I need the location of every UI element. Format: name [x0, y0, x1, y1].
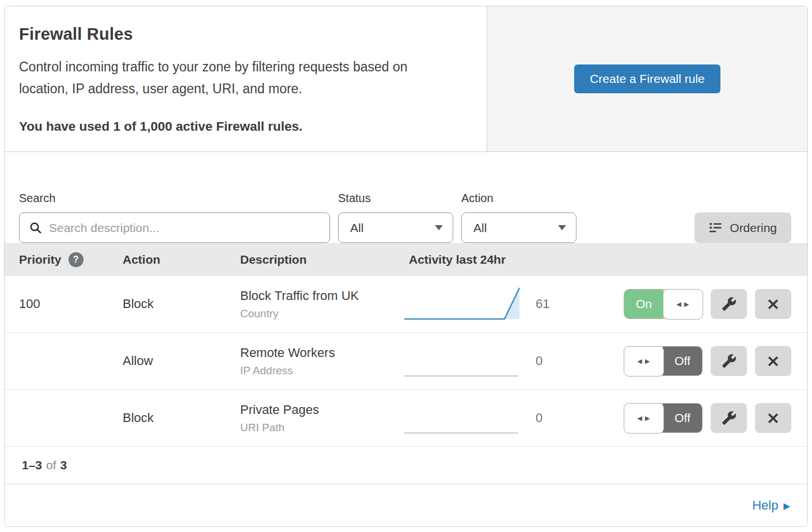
rule-action: Block	[109, 297, 226, 311]
toggle-left-arrow-icon: ◀	[638, 415, 642, 422]
header-text-block: Firewall Rules Control incoming traffic …	[5, 6, 487, 151]
wrench-icon	[722, 297, 737, 311]
table-body: 100 Block Block Traffic from UK Country …	[5, 276, 807, 447]
toggle-handle[interactable]: ◀ ▶	[663, 289, 703, 320]
column-header-action: Action	[109, 253, 226, 267]
delete-rule-button[interactable]	[755, 403, 791, 433]
rule-description-title: Private Pages	[240, 402, 397, 417]
activity-sparkline	[397, 398, 524, 438]
rule-controls: Off ◀ ▶	[622, 403, 807, 433]
search-filter-group: Search	[19, 192, 330, 243]
pagination-total: 3	[60, 458, 67, 472]
rule-description: Private Pages URI Path	[226, 402, 397, 434]
action-label: Action	[461, 192, 576, 205]
edit-rule-button[interactable]	[711, 403, 747, 433]
table-row: Allow Remote Workers IP Address 0 Off	[5, 333, 807, 390]
toggle-state-label: On	[624, 290, 663, 318]
column-header-description: Description	[226, 253, 397, 267]
table-row: Block Private Pages URI Path 0 Off	[5, 390, 807, 447]
action-selected-value: All	[473, 221, 487, 235]
rule-match-type: URI Path	[240, 421, 397, 434]
ordering-button[interactable]: Ordering	[695, 212, 791, 243]
activity-count: 0	[524, 354, 622, 368]
header-section: Firewall Rules Control incoming traffic …	[5, 6, 807, 152]
status-selected-value: All	[350, 221, 363, 235]
close-icon	[767, 355, 779, 367]
header-action-panel: Create a Firewall rule	[487, 6, 807, 151]
toggle-left-arrow-icon: ◀	[638, 358, 642, 365]
rule-priority: 100	[5, 297, 109, 311]
rule-description: Remote Workers IP Address	[226, 345, 397, 377]
rule-action: Block	[109, 411, 226, 425]
usage-note: You have used 1 of 1,000 active Firewall…	[19, 119, 464, 134]
chevron-down-icon	[435, 225, 443, 230]
toggle-state-label: Off	[663, 404, 702, 432]
firewall-rules-page: Firewall Rules Control incoming traffic …	[4, 6, 808, 527]
activity-sparkline	[397, 284, 524, 324]
edit-rule-button[interactable]	[711, 346, 747, 376]
status-select[interactable]: All	[338, 212, 453, 243]
toggle-right-arrow-icon: ▶	[645, 415, 650, 422]
column-header-priority: Priority ?	[5, 252, 109, 267]
activity-count: 0	[524, 411, 622, 425]
rule-action: Allow	[109, 354, 226, 368]
rule-description: Block Traffic from UK Country	[226, 288, 397, 320]
rule-description-title: Block Traffic from UK	[240, 288, 397, 303]
toggle-right-arrow-icon: ▶	[684, 301, 689, 308]
column-header-activity: Activity last 24hr	[397, 253, 622, 267]
toggle-left-arrow-icon: ◀	[677, 301, 681, 308]
rule-match-type: Country	[240, 307, 397, 320]
pagination-of: of	[46, 458, 56, 472]
rule-match-type: IP Address	[240, 364, 397, 377]
close-icon	[767, 412, 779, 424]
status-label: Status	[338, 192, 453, 205]
pagination: 1–3 of 3	[5, 447, 807, 484]
toggle-right-arrow-icon: ▶	[645, 358, 650, 365]
rule-controls: On ◀ ▶	[622, 289, 807, 319]
enable-toggle[interactable]: Off ◀ ▶	[624, 403, 703, 433]
toggle-state-label: Off	[663, 347, 702, 375]
ordering-button-label: Ordering	[730, 221, 777, 235]
activity-sparkline	[397, 341, 524, 381]
filter-bar: Search Status All Action All	[5, 152, 807, 243]
status-filter-group: Status All	[338, 192, 453, 243]
sparkline-chart-icon	[403, 284, 521, 324]
rule-controls: Off ◀ ▶	[622, 346, 807, 376]
table-row: 100 Block Block Traffic from UK Country …	[5, 276, 807, 333]
ordering-wrap: Ordering	[695, 212, 791, 243]
ordering-list-icon	[709, 221, 722, 234]
search-box[interactable]	[19, 212, 330, 243]
sparkline-flat-icon	[403, 398, 521, 438]
sparkline-flat-icon	[403, 341, 521, 381]
delete-rule-button[interactable]	[755, 289, 791, 319]
search-input[interactable]	[49, 221, 321, 235]
help-footer: Help ▶	[5, 484, 807, 526]
search-icon	[29, 222, 42, 234]
action-filter-group: Action All	[461, 192, 576, 243]
help-arrow-icon: ▶	[783, 500, 790, 510]
pagination-range: 1–3	[22, 458, 42, 472]
edit-rule-button[interactable]	[711, 289, 747, 319]
create-firewall-rule-button[interactable]: Create a Firewall rule	[574, 64, 720, 93]
page-description: Control incoming traffic to your zone by…	[19, 56, 460, 100]
table-header: Priority ? Action Description Activity l…	[5, 243, 807, 276]
chevron-down-icon	[558, 225, 566, 230]
toggle-handle[interactable]: ◀ ▶	[624, 403, 664, 434]
priority-help-icon[interactable]: ?	[69, 252, 84, 267]
close-icon	[767, 298, 779, 310]
wrench-icon	[722, 411, 737, 425]
enable-toggle[interactable]: On ◀ ▶	[624, 289, 703, 319]
rule-description-title: Remote Workers	[240, 345, 397, 360]
action-select[interactable]: All	[461, 212, 576, 243]
delete-rule-button[interactable]	[755, 346, 791, 376]
search-label: Search	[19, 192, 330, 205]
help-link[interactable]: Help ▶	[752, 498, 790, 513]
help-link-label: Help	[752, 498, 778, 513]
wrench-icon	[722, 354, 737, 368]
page-title: Firewall Rules	[19, 25, 464, 44]
activity-count: 61	[524, 297, 622, 311]
enable-toggle[interactable]: Off ◀ ▶	[624, 346, 703, 376]
toggle-handle[interactable]: ◀ ▶	[624, 346, 664, 377]
